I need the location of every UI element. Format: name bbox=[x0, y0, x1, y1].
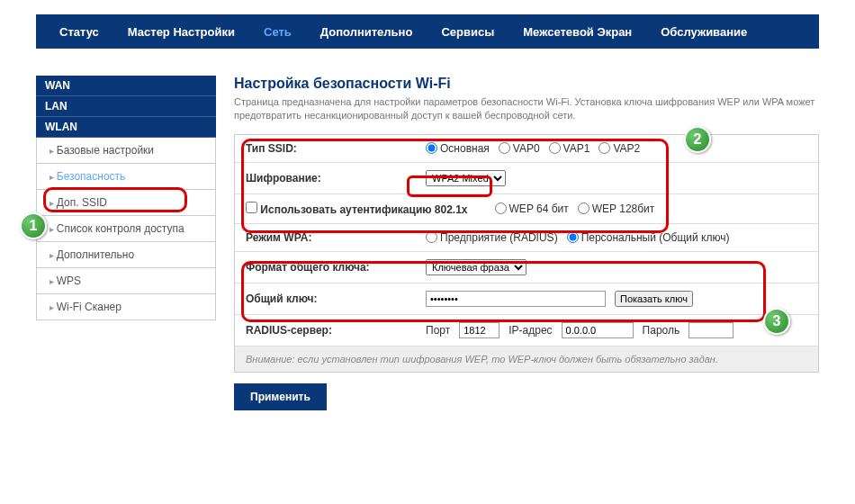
badge-1: 1 bbox=[20, 212, 47, 239]
ssid-label: Тип SSID: bbox=[246, 142, 426, 155]
radius-port-input[interactable] bbox=[459, 322, 500, 338]
enc-select[interactable]: WPA2 Mixed bbox=[426, 170, 506, 186]
radius-ip-input[interactable] bbox=[562, 322, 634, 338]
radius-port-label: Порт bbox=[426, 324, 450, 337]
ssid-radio-vap0[interactable] bbox=[499, 142, 510, 154]
ssid-radio-main[interactable] bbox=[426, 142, 437, 154]
nav-wizard[interactable]: Мастер Настройки bbox=[113, 14, 249, 49]
enc-label: Шифрование: bbox=[246, 172, 426, 184]
sidebar: WAN LAN WLAN Базовые настройки Безопасно… bbox=[36, 76, 216, 410]
wpa-enterprise-opt[interactable]: Предприятие (RADIUS) bbox=[426, 231, 558, 244]
page-desc: Страница предназначена для настройки пар… bbox=[234, 95, 819, 123]
apply-button[interactable]: Применить bbox=[234, 383, 327, 410]
wpa-personal-opt[interactable]: Персональный (Общий ключ) bbox=[567, 231, 730, 244]
sidebar-item-acl[interactable]: Список контроля доступа bbox=[36, 216, 216, 242]
ssid-opt-vap2[interactable]: VAP2 bbox=[598, 142, 640, 155]
ssid-opt-main[interactable]: Основная bbox=[426, 142, 490, 155]
auth-8021x[interactable]: Использовать аутентификацию 802.1x bbox=[246, 202, 468, 216]
radius-ip-label: IP-адрес bbox=[508, 324, 552, 337]
nav-services[interactable]: Сервисы bbox=[427, 14, 508, 49]
nav-advanced[interactable]: Дополнительно bbox=[306, 14, 428, 49]
nav-network[interactable]: Сеть bbox=[249, 14, 306, 49]
wpa-personal-radio[interactable] bbox=[567, 231, 579, 243]
wpa-mode-label: Режим WPA: bbox=[246, 231, 426, 244]
ssid-opt-vap0[interactable]: VAP0 bbox=[499, 142, 540, 155]
keyfmt-select[interactable]: Ключевая фраза bbox=[426, 259, 526, 275]
badge-3: 3 bbox=[763, 308, 790, 335]
ssid-radio-vap2[interactable] bbox=[598, 142, 610, 154]
radius-label: RADIUS-сервер: bbox=[246, 324, 426, 337]
wep128-radio[interactable] bbox=[578, 202, 590, 214]
nav-status[interactable]: Статус bbox=[45, 14, 113, 49]
wep64-radio[interactable] bbox=[495, 202, 507, 214]
badge-2: 2 bbox=[684, 126, 711, 153]
ssid-radio-vap1[interactable] bbox=[549, 142, 561, 154]
sidebar-item-security[interactable]: Безопасность bbox=[36, 164, 216, 190]
ssid-opt-vap1[interactable]: VAP1 bbox=[549, 142, 590, 155]
key-label: Общий ключ: bbox=[246, 292, 426, 305]
sidebar-item-wps[interactable]: WPS bbox=[36, 268, 216, 294]
sidebar-header-wlan[interactable]: WLAN bbox=[36, 117, 216, 138]
sidebar-item-ssid[interactable]: Доп. SSID bbox=[36, 190, 216, 216]
key-input[interactable] bbox=[426, 291, 606, 307]
keyfmt-label: Формат общего ключа: bbox=[246, 261, 426, 274]
wep-note: Внимание: если установлен тип шифрования… bbox=[235, 346, 818, 372]
wep64-opt[interactable]: WEP 64 бит bbox=[495, 202, 569, 215]
show-key-button[interactable]: Показать ключ bbox=[615, 291, 693, 307]
wep128-opt[interactable]: WEP 128бит bbox=[578, 202, 655, 215]
radius-pwd-label: Пароль bbox=[643, 324, 680, 337]
settings-form: Тип SSID: Основная VAP0 VAP1 VAP2 Шифров… bbox=[234, 134, 819, 373]
auth-checkbox[interactable] bbox=[246, 202, 257, 213]
nav-maintenance[interactable]: Обслуживание bbox=[646, 14, 761, 49]
sidebar-header-lan[interactable]: LAN bbox=[36, 96, 216, 117]
page-title: Настройка безопасности Wi-Fi bbox=[234, 76, 819, 92]
sidebar-item-basic[interactable]: Базовые настройки bbox=[36, 138, 216, 164]
sidebar-item-advanced[interactable]: Дополнительно bbox=[36, 242, 216, 268]
sidebar-item-scanner[interactable]: Wi-Fi Сканер bbox=[36, 294, 216, 320]
top-nav: Статус Мастер Настройки Сеть Дополнитель… bbox=[36, 14, 819, 49]
wpa-enterprise-radio[interactable] bbox=[426, 231, 437, 243]
nav-firewall[interactable]: Межсетевой Экран bbox=[508, 14, 646, 49]
radius-pwd-input[interactable] bbox=[688, 322, 734, 338]
sidebar-header-wan[interactable]: WAN bbox=[36, 76, 216, 96]
